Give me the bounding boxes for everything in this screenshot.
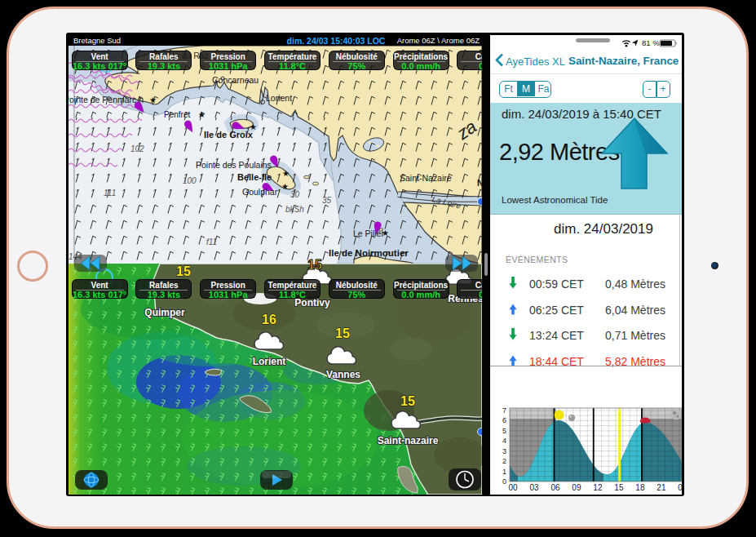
svg-text:Belle-Ile: Belle-Ile	[237, 172, 272, 182]
svg-text:15: 15	[176, 264, 191, 278]
svg-text:16: 16	[262, 313, 276, 326]
svg-text:bkSh: bkSh	[285, 205, 304, 214]
svg-text:Concarneau: Concarneau	[212, 75, 259, 85]
svg-text:Pointe de Penmarc h: Pointe de Penmarc h	[69, 95, 144, 104]
svg-text:00: 00	[508, 483, 518, 492]
svg-text:f11: f11	[206, 237, 217, 246]
svg-text:Le Pilier: Le Pilier	[353, 229, 384, 238]
svg-text:111: 111	[104, 189, 116, 197]
svg-text:★: ★	[281, 182, 289, 191]
svg-text:102: 102	[130, 144, 144, 153]
svg-text:Lorient: Lorient	[266, 93, 292, 103]
svg-text:81 %: 81 %	[642, 38, 660, 47]
svg-text:Saint-Nazaire: Saint-Nazaire	[400, 173, 452, 183]
svg-text:00: 00	[678, 483, 682, 492]
svg-text:Ile de Groix: Ile de Groix	[204, 130, 254, 140]
svg-text:★: ★	[198, 110, 206, 119]
svg-text:03: 03	[529, 483, 539, 492]
svg-text:1: 1	[502, 468, 506, 476]
svg-text:06: 06	[550, 483, 560, 492]
svg-text:35: 35	[322, 196, 332, 205]
svg-text:15: 15	[614, 483, 624, 492]
svg-text:21: 21	[657, 483, 666, 492]
svg-text:Lorient: Lorient	[253, 356, 286, 367]
svg-text:3: 3	[502, 447, 506, 455]
svg-text:15: 15	[335, 326, 350, 340]
svg-text:15: 15	[400, 394, 415, 408]
svg-text:Penfret: Penfret	[164, 110, 190, 119]
svg-text:100: 100	[183, 176, 197, 185]
svg-text:Vannes: Vannes	[326, 369, 360, 380]
svg-text:30: 30	[290, 190, 300, 199]
svg-text:Ile de Noirmoutier: Ile de Noirmoutier	[329, 248, 409, 258]
svg-text:18: 18	[635, 483, 645, 492]
svg-text:7: 7	[502, 406, 506, 415]
svg-text:0: 0	[502, 477, 506, 486]
svg-text:★: ★	[282, 169, 290, 178]
svg-text:Saint-nazaire: Saint-nazaire	[378, 435, 439, 446]
svg-text:5: 5	[502, 427, 506, 435]
svg-text:★: ★	[149, 95, 157, 104]
svg-text:Goulphar: Goulphar	[242, 187, 278, 197]
svg-text:6: 6	[502, 416, 506, 424]
svg-text:12: 12	[593, 483, 603, 492]
svg-text:Pointe des Poulains: Pointe des Poulains	[196, 160, 272, 170]
svg-text:2: 2	[502, 457, 506, 465]
svg-text:Quimper: Quimper	[144, 307, 185, 318]
svg-text:4: 4	[502, 437, 506, 445]
svg-text:09: 09	[572, 483, 581, 492]
